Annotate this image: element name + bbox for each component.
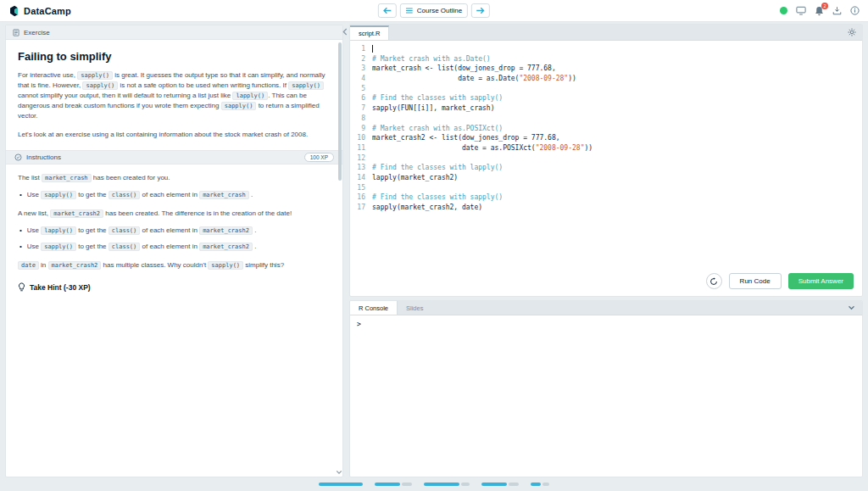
brand-name: DataCamp (24, 6, 71, 16)
code-line[interactable]: 14lapply(market_crash2) (350, 173, 862, 183)
progress-group (319, 483, 363, 486)
submit-answer-button[interactable]: Submit Answer (788, 273, 854, 289)
inline-code-chip: date (18, 261, 39, 270)
line-number: 9 (350, 124, 372, 134)
inline-code-chip: sapply() (77, 71, 113, 80)
inline-code-chip: market_crash2 (199, 243, 253, 251)
topbar: DataCamp Course Outline (0, 0, 868, 22)
progress-group (481, 483, 519, 486)
run-code-button[interactable]: Run Code (729, 273, 782, 289)
inline-code-chip: sapply() (41, 243, 76, 251)
code-area[interactable]: 12# Market crash with as.Date()3market_c… (350, 41, 862, 213)
line-number: 12 (350, 153, 372, 164)
tab-r-console[interactable]: R Console (350, 301, 398, 315)
nav-back-button[interactable] (378, 3, 397, 18)
progress-segment-remaining[interactable] (509, 483, 519, 486)
progress-segment-remaining[interactable] (542, 483, 549, 486)
code-line[interactable]: 10market_crash2 <- list(dow_jones_drop =… (350, 133, 862, 143)
console-output[interactable]: > (350, 315, 862, 333)
line-number: 16 (350, 192, 372, 203)
code-line[interactable]: 15 (350, 183, 862, 193)
reset-code-button[interactable] (706, 273, 722, 289)
code-line[interactable]: 1 (350, 44, 862, 54)
inline-code-chip: market_crash2 (48, 261, 102, 270)
scrollbar-thumb[interactable] (338, 42, 342, 181)
editor-tab-bar: script.R (350, 25, 862, 41)
arrow-left-icon (383, 7, 392, 14)
code-line[interactable]: 12 (350, 153, 862, 164)
tab-slides[interactable]: Slides (398, 301, 431, 315)
progress-segment-remaining[interactable] (461, 483, 470, 486)
progress-segment-filled[interactable] (319, 483, 363, 486)
line-number: 13 (350, 163, 372, 173)
inline-code-chip: sapply() (288, 81, 324, 90)
text-cursor (372, 45, 373, 53)
take-hint-button[interactable]: Take Hint (-30 XP) (18, 282, 329, 292)
progress-group (424, 483, 470, 486)
code-line[interactable]: 11 date = as.POSIXct("2008-09-28")) (350, 143, 862, 153)
console-section: R Console Slides > (349, 300, 863, 477)
code-line[interactable]: 17sapply(market_crash2, date) (350, 203, 862, 213)
bullet-dot: • (19, 226, 22, 236)
inline-code-chip: sapply() (208, 261, 243, 270)
console-tab-bar: R Console Slides (350, 301, 862, 315)
inline-code-chip: sapply() (82, 81, 118, 90)
progress-segment-remaining[interactable] (402, 483, 412, 486)
exercise-intro-paragraph: Let's look at an exercise using a list c… (18, 130, 329, 140)
collapse-panel-button[interactable] (341, 26, 349, 37)
code-line[interactable]: 9# Market crash with as.POSIXct() (350, 124, 862, 134)
inline-code-chip: lapply() (41, 226, 76, 235)
code-line[interactable]: 2# Market crash with as.Date() (350, 54, 862, 64)
bullet-dot: • (19, 190, 22, 200)
bullet-dot: • (19, 242, 22, 252)
progress-group (531, 483, 549, 486)
collapse-console-icon[interactable] (841, 301, 862, 315)
code-line[interactable]: 5 (350, 84, 862, 94)
instruction-paragraph: date in market_crash2 has multiple class… (18, 260, 329, 271)
exercise-panel: Exercise Failing to simplify For interac… (5, 25, 343, 477)
inline-code-chip: market_crash2 (50, 209, 103, 218)
progress-group (375, 483, 412, 486)
line-number: 7 (350, 103, 372, 114)
screen-share-icon[interactable] (796, 6, 806, 15)
hamburger-icon (406, 8, 413, 14)
progress-segment-filled[interactable] (481, 483, 507, 486)
inline-code-chip: sapply() (41, 191, 76, 199)
right-panel: script.R 12# Market crash with as.Date()… (349, 24, 863, 477)
instruction-paragraph: The list market_crash has been created f… (18, 173, 329, 183)
scroll-down-icon[interactable] (336, 470, 342, 475)
instructions-header: Instructions 100 XP (6, 150, 342, 165)
brand[interactable]: DataCamp (8, 5, 71, 17)
notifications-bell-icon[interactable]: 2 (815, 6, 824, 16)
console-prompt: > (357, 321, 361, 328)
notification-badge: 2 (821, 3, 828, 9)
inline-code-chip: class() (108, 191, 141, 199)
course-outline-label: Course Outline (417, 7, 462, 14)
code-line[interactable]: 13# Find the classes with lapply() (350, 163, 862, 173)
progress-segment-filled[interactable] (424, 483, 459, 486)
xp-badge: 100 XP (304, 153, 334, 162)
progress-segment-filled[interactable] (531, 483, 541, 486)
line-number: 15 (350, 183, 372, 193)
code-line[interactable]: 16# Find the classes with sapply() (350, 192, 862, 203)
code-line[interactable]: 4 date = as.Date("2008-09-28")) (350, 74, 862, 84)
code-line[interactable]: 7sapply(FUN[[i]], market_crash) (350, 103, 862, 114)
exercise-body: Failing to simplify For interactive use,… (6, 40, 342, 300)
nav-forward-button[interactable] (471, 3, 490, 18)
line-number: 8 (350, 114, 372, 124)
download-icon[interactable] (832, 6, 842, 15)
info-icon[interactable] (850, 6, 860, 15)
instruction-paragraph: A new list, market_crash2 has been creat… (18, 209, 329, 219)
code-line[interactable]: 8 (350, 114, 862, 124)
tab-script-r[interactable]: script.R (350, 25, 389, 40)
inline-code-chip: market_crash (42, 174, 92, 182)
exercise-title: Failing to simplify (18, 50, 329, 63)
progress-segment-filled[interactable] (375, 483, 400, 486)
settings-gear-icon[interactable] (842, 28, 862, 36)
course-outline-button[interactable]: Course Outline (400, 3, 468, 18)
code-line[interactable]: 6# Find the classes with sapply() (350, 93, 862, 103)
line-number: 2 (350, 54, 372, 64)
datacamp-logo-icon (8, 5, 19, 17)
line-number: 4 (350, 74, 372, 84)
code-line[interactable]: 3market_crash <- list(dow_jones_drop = 7… (350, 64, 862, 74)
